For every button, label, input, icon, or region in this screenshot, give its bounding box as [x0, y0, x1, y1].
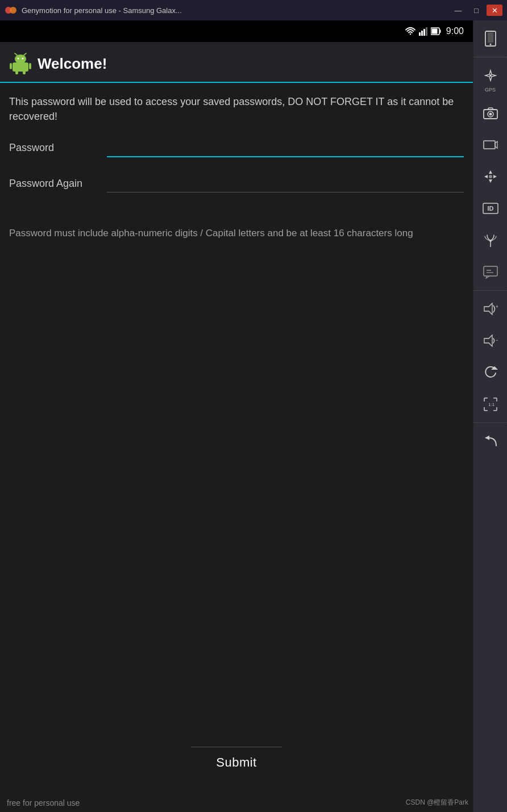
form-area: Password Password Again [0, 129, 473, 192]
svg-text:+: + [496, 304, 498, 309]
svg-line-13 [15, 53, 17, 55]
android-screen: 9:00 [0, 20, 473, 812]
status-time: 9:00 [446, 26, 464, 36]
right-sidebar: GPS [473, 20, 507, 812]
password-again-input[interactable] [107, 174, 464, 192]
sidebar-id-section: ID [473, 192, 507, 224]
sidebar-divider-1 [473, 57, 507, 57]
radio-icon [484, 233, 497, 248]
status-bar: 9:00 [0, 20, 473, 42]
svg-point-10 [15, 55, 26, 64]
password-input-wrapper [107, 139, 464, 157]
main-container: 9:00 [0, 20, 507, 812]
battery-icon [431, 27, 441, 35]
svg-point-22 [489, 74, 492, 77]
wifi-icon [405, 27, 416, 36]
svg-rect-36 [484, 266, 497, 276]
phone-button[interactable] [477, 26, 504, 51]
sidebar-back-section [473, 425, 507, 457]
welcome-title: Welcome! [38, 55, 107, 73]
window-title: Genymotion for personal use - Samsung Ga… [22, 6, 450, 15]
sidebar-divider-3 [473, 422, 507, 423]
svg-marker-30 [493, 175, 497, 178]
bottom-watermark: free for personal use [7, 798, 80, 807]
svg-marker-27 [489, 170, 492, 174]
id-button[interactable]: ID [477, 196, 504, 221]
svg-rect-8 [431, 29, 437, 34]
rotate-button[interactable] [477, 360, 504, 385]
csdn-watermark: CSDN @橙留香Park [406, 798, 468, 807]
sidebar-divider-2 [473, 290, 507, 291]
svg-marker-39 [484, 303, 492, 315]
maximize-button[interactable]: □ [468, 5, 484, 16]
svg-rect-15 [10, 63, 12, 69]
submit-button[interactable]: Submit [193, 747, 279, 778]
volume-up-button[interactable]: + [477, 296, 504, 321]
sidebar-scale-section: 1:1 [473, 388, 507, 420]
svg-rect-3 [421, 31, 423, 36]
android-logo [9, 52, 32, 75]
camera-icon [483, 107, 498, 119]
description-text: This password will be used to access you… [0, 83, 473, 129]
camera-button[interactable] [477, 101, 504, 125]
window-controls: — □ ✕ [450, 5, 502, 16]
back-icon [483, 434, 498, 448]
svg-text:1:1: 1:1 [488, 402, 495, 407]
svg-marker-29 [484, 175, 488, 178]
svg-text:−: − [496, 337, 498, 343]
back-button[interactable] [477, 429, 504, 454]
phone-icon [484, 31, 497, 47]
sidebar-rotate-section [473, 357, 507, 388]
sidebar-vol-down-section: − [473, 325, 507, 357]
gps-label: GPS [485, 87, 496, 93]
password-input[interactable] [107, 139, 464, 157]
svg-rect-17 [15, 71, 18, 74]
password-requirement: Password must include alpha-numeric digi… [0, 210, 473, 246]
password-label: Password [9, 142, 100, 154]
svg-rect-4 [423, 29, 425, 36]
svg-point-12 [22, 58, 24, 60]
sms-button[interactable] [477, 259, 504, 284]
scale-button[interactable]: 1:1 [477, 392, 504, 417]
status-icons: 9:00 [405, 26, 464, 36]
sidebar-top-section [473, 23, 507, 55]
volume-down-icon: − [483, 334, 498, 348]
svg-line-14 [24, 53, 26, 55]
svg-point-11 [18, 58, 19, 60]
scale-icon: 1:1 [483, 397, 498, 412]
svg-rect-5 [426, 27, 427, 36]
submit-area: Submit [0, 747, 473, 778]
title-bar: Genymotion for personal use - Samsung Ga… [0, 0, 507, 20]
svg-point-21 [489, 44, 491, 45]
sidebar-vol-up-section: + [473, 293, 507, 325]
sidebar-radio-section [473, 224, 507, 256]
gps-button[interactable] [477, 63, 504, 88]
svg-rect-20 [488, 32, 493, 43]
media-button[interactable] [477, 132, 504, 157]
svg-rect-16 [29, 63, 31, 69]
password-again-label: Password Again [9, 178, 100, 190]
svg-rect-7 [439, 30, 440, 33]
radio-button[interactable] [477, 228, 504, 253]
app-content: Welcome! This password will be used to a… [0, 42, 473, 812]
sms-icon [483, 265, 498, 279]
svg-rect-9 [13, 62, 28, 72]
dpad-button[interactable] [477, 164, 504, 189]
svg-text:ID: ID [487, 205, 493, 212]
svg-point-1 [10, 7, 16, 14]
sidebar-dpad-section [473, 161, 507, 192]
svg-rect-26 [484, 141, 495, 149]
svg-marker-28 [489, 179, 492, 183]
sidebar-gps-section: GPS [473, 60, 507, 97]
svg-point-31 [489, 175, 492, 178]
sidebar-media-section [473, 129, 507, 161]
volume-down-button[interactable]: − [477, 328, 504, 353]
svg-marker-53 [485, 436, 489, 440]
svg-rect-18 [23, 71, 26, 74]
minimize-button[interactable]: — [450, 5, 466, 16]
svg-marker-41 [484, 335, 492, 346]
close-button[interactable]: ✕ [487, 5, 502, 16]
welcome-header: Welcome! [0, 42, 473, 83]
sidebar-camera-section [473, 97, 507, 129]
password-again-row: Password Again [9, 174, 464, 192]
